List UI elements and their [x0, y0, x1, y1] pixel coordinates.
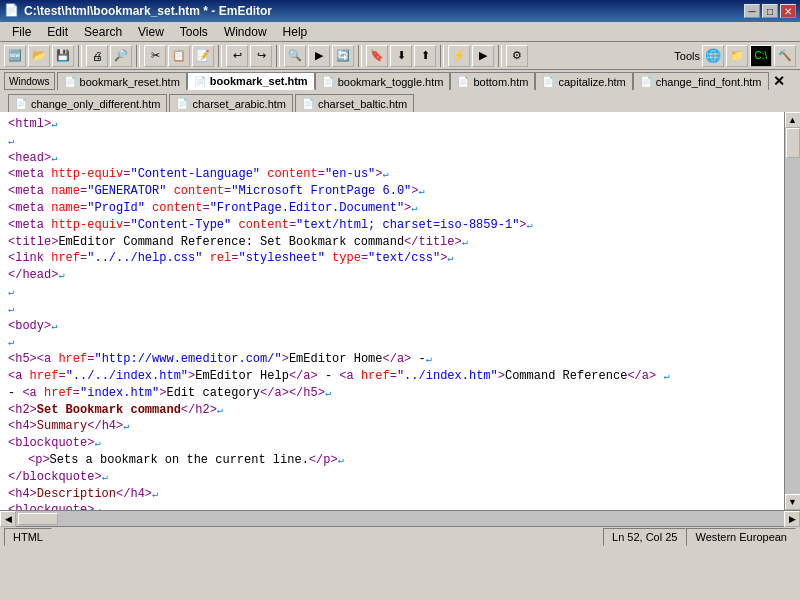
folder-button[interactable]: 📁 [726, 45, 748, 67]
tab-capitalize[interactable]: 📄 capitalize.htm [535, 72, 632, 90]
scroll-track[interactable] [785, 128, 800, 494]
next-bookmark-button[interactable]: ⬇ [390, 45, 412, 67]
scroll-left-button[interactable]: ◀ [0, 511, 16, 527]
status-bar: HTML Ln 52, Col 25 Western European [0, 526, 800, 546]
line: <html>↵ [8, 116, 776, 133]
toolbar-right: Tools 🌐 📁 C:\ 🔨 [674, 45, 796, 67]
line: </blockquote>↵ [8, 469, 776, 486]
editor-container: <html>↵ ↵ <head>↵ <meta http-equiv="Cont… [0, 112, 800, 510]
sep5 [358, 45, 362, 67]
menu-bar: File Edit Search View Tools Window Help [0, 22, 800, 42]
copy-button[interactable]: 📋 [168, 45, 190, 67]
cursor-position-status: Ln 52, Col 25 [603, 528, 686, 546]
vertical-scrollbar[interactable]: ▲ ▼ [784, 112, 800, 510]
horizontal-scrollbar[interactable]: ◀ ▶ [0, 510, 800, 526]
tab-icon: 📄 [15, 98, 27, 109]
tab-icon: 📄 [302, 98, 314, 109]
prev-bookmark-button[interactable]: ⬆ [414, 45, 436, 67]
extra-button[interactable]: 🔨 [774, 45, 796, 67]
line: </head>↵ [8, 267, 776, 284]
line: <meta http-equiv="Content-Language" cont… [8, 166, 776, 183]
menu-tools[interactable]: Tools [172, 23, 216, 41]
line: ↵ [8, 284, 776, 301]
sep3 [218, 45, 222, 67]
window-controls: ─ □ ✕ [744, 4, 796, 18]
save-button[interactable]: 💾 [52, 45, 74, 67]
menu-edit[interactable]: Edit [39, 23, 76, 41]
find-next-button[interactable]: ▶ [308, 45, 330, 67]
menu-view[interactable]: View [130, 23, 172, 41]
paste-button[interactable]: 📝 [192, 45, 214, 67]
line: <h2>Set Bookmark command</h2>↵ [8, 402, 776, 419]
replace-button[interactable]: 🔄 [332, 45, 354, 67]
bookmark-button[interactable]: 🔖 [366, 45, 388, 67]
minimize-button[interactable]: ─ [744, 4, 760, 18]
app-icon: 📄 [4, 3, 20, 19]
print-preview-button[interactable]: 🔎 [110, 45, 132, 67]
new-button[interactable]: 🆕 [4, 45, 26, 67]
line: <meta name="ProgId" content="FrontPage.E… [8, 200, 776, 217]
line: <h4>Summary</h4>↵ [8, 418, 776, 435]
tab-bookmark-set[interactable]: 📄 bookmark_set.htm [187, 72, 315, 90]
sep7 [498, 45, 502, 67]
close-button[interactable]: ✕ [780, 4, 796, 18]
tab-icon: 📄 [194, 76, 206, 87]
sep1 [78, 45, 82, 67]
run-macro-button[interactable]: ▶ [472, 45, 494, 67]
maximize-button[interactable]: □ [762, 4, 778, 18]
tab-icon: 📄 [542, 76, 554, 87]
scroll-up-button[interactable]: ▲ [785, 112, 801, 128]
tools-label: Tools [674, 50, 700, 62]
h-scroll-track[interactable] [16, 511, 784, 526]
menu-window[interactable]: Window [216, 23, 275, 41]
line: <body>↵ [8, 318, 776, 335]
menu-file[interactable]: File [4, 23, 39, 41]
encoding-status: Western European [686, 528, 796, 546]
close-all-tabs-button[interactable]: ✕ [773, 73, 785, 89]
scroll-thumb[interactable] [786, 128, 800, 158]
sep2 [136, 45, 140, 67]
line: <meta http-equiv="Content-Type" content=… [8, 217, 776, 234]
cut-button[interactable]: ✂ [144, 45, 166, 67]
code-editor[interactable]: <html>↵ ↵ <head>↵ <meta http-equiv="Cont… [0, 112, 784, 510]
tab-change-only-different[interactable]: 📄 change_only_different.htm [8, 94, 167, 112]
open-button[interactable]: 📂 [28, 45, 50, 67]
redo-button[interactable]: ↪ [250, 45, 272, 67]
line: <head>↵ [8, 150, 776, 167]
tab-icon: 📄 [64, 76, 76, 87]
scroll-down-button[interactable]: ▼ [785, 494, 801, 510]
sep6 [440, 45, 444, 67]
line: ↵ [8, 133, 776, 150]
tab-icon: 📄 [322, 76, 334, 87]
tab-bookmark-toggle[interactable]: 📄 bookmark_toggle.htm [315, 72, 451, 90]
line: - <a href="index.htm">Edit category</a><… [8, 385, 776, 402]
tab-icon: 📄 [457, 76, 469, 87]
line: <blockquote>↵ [8, 435, 776, 452]
tab-group-indicator: Windows [4, 72, 55, 90]
config-button[interactable]: ⚙ [506, 45, 528, 67]
tab-bar: Windows 📄 bookmark_reset.htm 📄 bookmark_… [0, 70, 800, 112]
find-button[interactable]: 🔍 [284, 45, 306, 67]
line: <h5><a href="http://www.emeditor.com/">E… [8, 351, 776, 368]
tab-change-find-font[interactable]: 📄 change_find_font.htm [633, 72, 769, 90]
ie-button[interactable]: 🌐 [702, 45, 724, 67]
menu-search[interactable]: Search [76, 23, 130, 41]
undo-button[interactable]: ↩ [226, 45, 248, 67]
command-button[interactable]: C:\ [750, 45, 772, 67]
line: ↵ [8, 301, 776, 318]
tab-icon: 📄 [176, 98, 188, 109]
macro-button[interactable]: ⚡ [448, 45, 470, 67]
line: <link href="../../help.css" rel="stylesh… [8, 250, 776, 267]
tab-charset-arabic[interactable]: 📄 charset_arabic.htm [169, 94, 293, 112]
tab-charset-baltic[interactable]: 📄 charset_baltic.htm [295, 94, 414, 112]
tab-icon: 📄 [640, 76, 652, 87]
line: <blockquote>↵ [8, 502, 776, 510]
tab-bookmark-reset[interactable]: 📄 bookmark_reset.htm [57, 72, 187, 90]
print-button[interactable]: 🖨 [86, 45, 108, 67]
h-scroll-thumb[interactable] [18, 513, 58, 525]
tab-bottom[interactable]: 📄 bottom.htm [450, 72, 535, 90]
line: <h4>Description</h4>↵ [8, 486, 776, 503]
sep4 [276, 45, 280, 67]
scroll-right-button[interactable]: ▶ [784, 511, 800, 527]
menu-help[interactable]: Help [275, 23, 316, 41]
